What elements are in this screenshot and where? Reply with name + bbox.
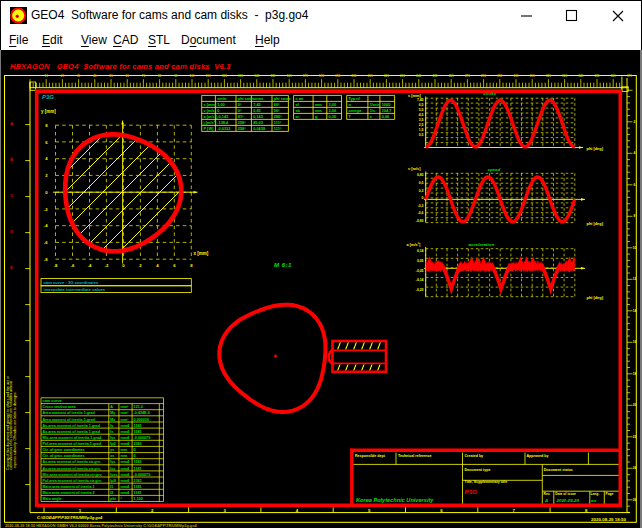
svg-text:200: 200 (351, 74, 356, 78)
svg-text:-0,23: -0,23 (416, 288, 424, 292)
svg-text:speed: speed (488, 167, 501, 172)
svg-text:Main angle: Main angle (43, 497, 62, 501)
svg-text:T: T (349, 114, 352, 119)
svg-text:mm4: mm4 (120, 479, 130, 483)
svg-text:acceleration: acceleration (469, 242, 495, 247)
svg-text:2361: 2361 (134, 442, 142, 446)
svg-text:4,5: 4,5 (419, 113, 424, 117)
svg-text:111°: 111° (274, 120, 282, 125)
svg-text:14: 14 (633, 309, 637, 313)
svg-text:-0,000079: -0,000079 (134, 473, 151, 477)
svg-text:mm4: mm4 (120, 424, 130, 428)
svg-text:258°: 258° (238, 126, 246, 131)
svg-text:1,5: 1,5 (419, 128, 424, 132)
svg-text:-0,83: -0,83 (416, 219, 424, 223)
svg-text:2361: 2361 (134, 479, 142, 483)
svg-text:50°: 50° (274, 108, 280, 113)
svg-text:20: 20 (61, 74, 65, 78)
svg-text:Ax.area moment of inertia ctr.: Ax.area moment of inertia ctr.grv. (43, 460, 102, 464)
svg-text:C:\GO4\APP\P3G\TRIUMN\p3g.go4: C:\GO4\APP\P3G\TRIUMN\p3g.go4 (37, 515, 103, 520)
svg-text:240: 240 (416, 74, 421, 78)
svg-text:40: 40 (93, 74, 97, 78)
svg-text:2: 2 (139, 263, 142, 268)
svg-text:IpS: IpS (110, 479, 116, 483)
svg-text:phi [deg]: phi [deg] (587, 146, 604, 151)
svg-text:0: 0 (122, 263, 125, 268)
svg-text:3,00: 3,00 (329, 108, 337, 113)
svg-text:y [mm]: y [mm] (41, 109, 56, 114)
svg-text:Document status: Document status (544, 468, 573, 472)
svg-text:190: 190 (335, 74, 340, 78)
svg-text:0,14: 0,14 (417, 249, 424, 253)
svg-text:170: 170 (303, 74, 308, 78)
svg-text:104,7: 104,7 (382, 108, 392, 113)
svg-text:1/min: 1/min (370, 102, 381, 107)
svg-text:-138,4: -138,4 (217, 120, 229, 125)
svg-text:phi [deg]: phi [deg] (587, 221, 604, 226)
svg-text:1: 1 (79, 508, 82, 513)
svg-text:en: en (591, 498, 596, 503)
svg-text:My: My (110, 411, 116, 415)
svg-text:phi smax: phi smax (274, 96, 292, 101)
svg-text:P [W]: P [W] (204, 126, 215, 131)
svg-text:12: 12 (633, 277, 637, 281)
svg-text:P3G: P3G (465, 488, 478, 495)
svg-text:6,5: 6,5 (419, 103, 424, 107)
svg-text:Typ nf: Typ nf (349, 96, 361, 101)
svg-text:2: 2 (45, 173, 48, 178)
svg-text:0°: 0° (238, 102, 242, 107)
svg-text:1,102: 1,102 (134, 497, 143, 501)
svg-text:5,5: 5,5 (419, 108, 424, 112)
svg-text:1,00: 1,00 (217, 102, 225, 107)
svg-text:s [mm]: s [mm] (204, 102, 217, 107)
svg-text:180: 180 (319, 74, 324, 78)
svg-text:cam curve : 3G coordinates: cam curve : 3G coordinates (44, 280, 100, 285)
svg-text:mm4: mm4 (120, 430, 130, 434)
svg-text:350: 350 (594, 74, 599, 78)
svg-text:-0,6: -0,6 (418, 211, 424, 215)
svg-text:-0,143: -0,143 (217, 114, 229, 119)
svg-text:Main area moment of inertia 1: Main area moment of inertia 1 (43, 485, 95, 489)
svg-text:Ax.area moment of inertia ctr.: Ax.area moment of inertia ctr.grv. (43, 467, 102, 471)
svg-text:HEXAGON GEO4 Software for c: HEXAGON GEO4 Software for cams and cam d… (10, 62, 231, 71)
svg-text:a [m/s²]: a [m/s²] (204, 114, 219, 119)
svg-text:1181: 1181 (134, 430, 142, 434)
svg-text:M 6:1: M 6:1 (274, 262, 292, 268)
svg-text:0,83: 0,83 (417, 173, 424, 177)
svg-text:6: 6 (440, 508, 443, 513)
svg-text:I2: I2 (110, 491, 113, 495)
svg-text:8: 8 (634, 214, 636, 218)
svg-text:26: 26 (633, 498, 637, 502)
svg-text:Cross section area: Cross section area (43, 405, 77, 409)
svg-text:0,6: 0,6 (419, 181, 424, 185)
svg-text:Technical reference: Technical reference (398, 454, 432, 458)
svg-text:4: 4 (156, 263, 159, 268)
svg-text:mm4: mm4 (120, 467, 130, 471)
svg-text:30: 30 (77, 74, 81, 78)
svg-text:Responsible dept: Responsible dept (355, 454, 386, 458)
svg-text:phi [deg]: phi [deg] (587, 295, 604, 300)
svg-text:Iys: Iys (110, 460, 115, 464)
svg-text:Mx: Mx (110, 418, 116, 422)
svg-text:-0,000079: -0,000079 (134, 436, 151, 440)
svg-text:0: 0 (134, 448, 136, 452)
svg-text:3: 3 (223, 508, 226, 513)
svg-text:mm4: mm4 (120, 485, 130, 489)
svg-text:0,0438: 0,0438 (253, 126, 266, 131)
svg-text:mm³: mm³ (120, 411, 129, 415)
svg-text:mm4: mm4 (120, 436, 130, 440)
svg-text:3,00: 3,00 (329, 102, 337, 107)
svg-text:Created by: Created by (465, 454, 484, 458)
svg-text:sr: sr (295, 114, 299, 119)
svg-text:xs: xs (110, 454, 114, 458)
svg-text:Iyxs: Iyxs (110, 473, 117, 477)
svg-text:150: 150 (270, 74, 275, 78)
svg-text:-6: -6 (71, 263, 75, 268)
svg-text:22: 22 (633, 435, 637, 439)
svg-text:160: 160 (287, 74, 292, 78)
svg-text:sb: sb (295, 108, 300, 113)
svg-text:320: 320 (546, 74, 551, 78)
svg-text:-8: -8 (54, 263, 58, 268)
svg-text:4: 4 (634, 151, 636, 155)
svg-text:250: 250 (432, 74, 437, 78)
